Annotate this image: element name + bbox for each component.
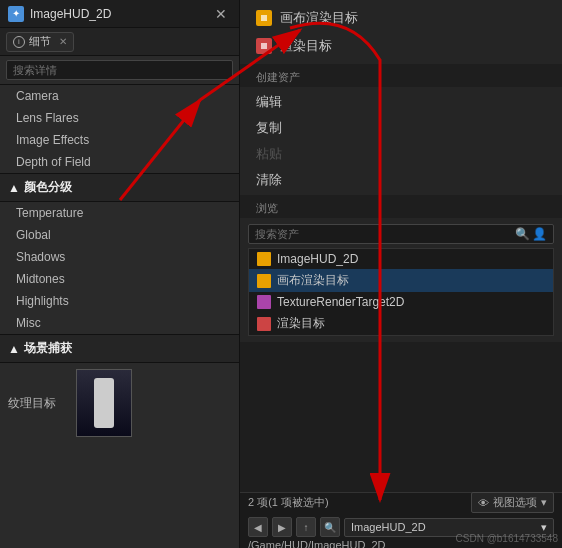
color-section-label: 颜色分级 [24,179,72,196]
edit-section: 编辑 复制 粘贴 清除 [240,87,562,195]
details-tab-close[interactable]: ✕ [59,36,67,47]
item-count: 2 项(1 项被选中) [248,495,329,510]
tree-item-camera[interactable]: Camera [0,85,239,107]
create-render-target[interactable]: 渲染目标 [240,32,562,60]
color-section-header[interactable]: ▲ 颜色分级 [0,173,239,202]
details-tab-bar: i 细节 ✕ [0,28,239,56]
copy-button[interactable]: 复制 [240,115,562,141]
tree-item-temperature[interactable]: Temperature [0,202,239,224]
view-options-label: 视图选项 [493,495,537,510]
browse-search-input[interactable] [255,228,515,240]
search-bar [0,56,239,85]
render-target-label: 渲染目标 [280,37,332,55]
tree-item-image-effects[interactable]: Image Effects [0,129,239,151]
browse-result-3[interactable]: 渲染目标 [249,312,553,335]
color-section-arrow: ▲ [8,181,20,195]
create-canvas-render-target[interactable]: 画布渲染目标 [240,4,562,32]
clear-button[interactable]: 清除 [240,167,562,193]
details-tab[interactable]: i 细节 ✕ [6,32,74,52]
details-tab-label: 细节 [29,34,51,49]
result-icon-render-3 [257,317,271,331]
result-icon-texture-2 [257,295,271,309]
browse-section: 🔍 👤 ImageHUD_2D 画布渲染目标 TextureRenderTarg… [240,218,562,342]
left-panel: ✦ ImageHUD_2D ✕ i 细节 ✕ Camera Lens Flare… [0,0,240,548]
panel-title-bar: ✦ ImageHUD_2D ✕ [0,0,239,28]
result-label-3: 渲染目标 [277,315,325,332]
asset-path: /Game/HUD/ImageHUD_2D [248,539,386,548]
scene-section-arrow: ▲ [8,342,20,356]
bottom-bar-top: 2 项(1 项被选中) 👁 视图选项 ▾ [240,490,562,515]
canvas-render-target-icon [256,10,272,26]
texture-thumbnail[interactable] [76,369,132,437]
browse-result-0[interactable]: ImageHUD_2D [249,249,553,269]
edit-button[interactable]: 编辑 [240,89,562,115]
right-panel: 画布渲染目标 渲染目标 创建资产 编辑 复制 粘贴 清除 浏览 🔍 👤 [240,0,562,548]
dropdown-arrow: ▾ [541,521,547,534]
left-content: Camera Lens Flares Image Effects Depth o… [0,85,239,548]
render-target-icon [256,38,272,54]
nav-up-button[interactable]: ↑ [296,517,316,537]
result-label-2: TextureRenderTarget2D [277,295,404,309]
result-icon-canvas-0 [257,252,271,266]
nav-search-button[interactable]: 🔍 [320,517,340,537]
browse-result-2[interactable]: TextureRenderTarget2D [249,292,553,312]
scene-section-label: 场景捕获 [24,340,72,357]
tree-item-misc[interactable]: Misc [0,312,239,334]
browse-search-icons: 🔍 👤 [515,227,547,241]
canvas-render-target-label: 画布渲染目标 [280,9,358,27]
browse-results: ImageHUD_2D 画布渲染目标 TextureRenderTarget2D… [248,248,554,336]
character-silhouette [94,378,114,428]
texture-inner [77,370,131,436]
panel-icon: ✦ [8,6,24,22]
browse-label: 浏览 [240,195,562,218]
eye-icon: 👁 [478,497,489,509]
tree-item-midtones[interactable]: Midtones [0,268,239,290]
asset-name-text: ImageHUD_2D [351,521,426,533]
panel-title: ImageHUD_2D [30,7,205,21]
tree-item-depth-of-field[interactable]: Depth of Field [0,151,239,173]
user-icon[interactable]: 👤 [532,227,547,241]
search-icon[interactable]: 🔍 [515,227,530,241]
paste-button[interactable]: 粘贴 [240,141,562,167]
panel-close-button[interactable]: ✕ [211,6,231,22]
view-options-button[interactable]: 👁 视图选项 ▾ [471,492,554,513]
asset-section-label: 创建资产 [240,64,562,87]
create-menu-section: 画布渲染目标 渲染目标 [240,0,562,64]
tree-item-shadows[interactable]: Shadows [0,246,239,268]
tree-item-highlights[interactable]: Highlights [0,290,239,312]
watermark: CSDN @b1614733548 [456,533,558,544]
view-options-arrow: ▾ [541,496,547,509]
info-icon: i [13,36,25,48]
browse-result-1[interactable]: 画布渲染目标 [249,269,553,292]
browse-search-bar[interactable]: 🔍 👤 [248,224,554,244]
texture-label: 纹理目标 [8,395,68,412]
svg-rect-0 [261,43,267,49]
result-label-1: 画布渲染目标 [277,272,349,289]
scene-section-header[interactable]: ▲ 场景捕获 [0,334,239,363]
result-label-0: ImageHUD_2D [277,252,358,266]
nav-back-button[interactable]: ◀ [248,517,268,537]
texture-row: 纹理目标 [0,363,239,443]
tree-item-lens-flares[interactable]: Lens Flares [0,107,239,129]
search-input[interactable] [6,60,233,80]
nav-forward-button[interactable]: ▶ [272,517,292,537]
tree-item-global[interactable]: Global [0,224,239,246]
result-icon-canvas-1 [257,274,271,288]
